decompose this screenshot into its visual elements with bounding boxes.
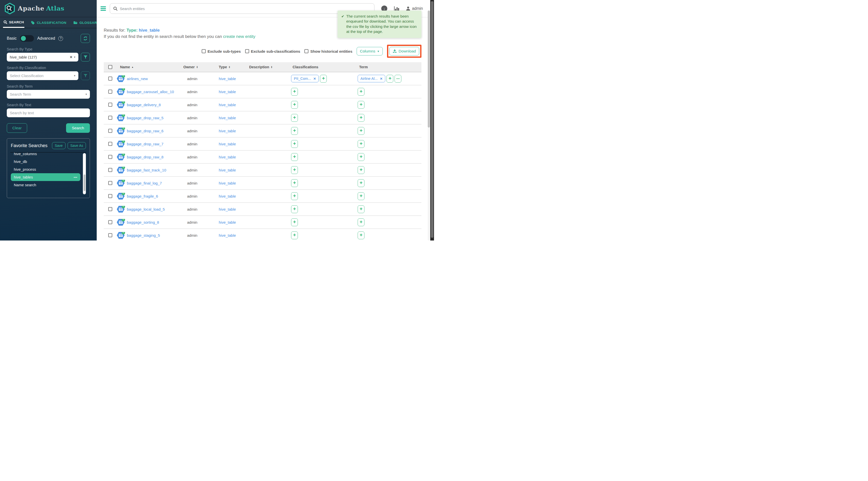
- download-button[interactable]: Download: [389, 47, 419, 56]
- add-classification-button[interactable]: +: [291, 153, 298, 161]
- row-checkbox[interactable]: [108, 220, 112, 224]
- add-classification-button[interactable]: +: [291, 114, 298, 122]
- statistics-icon[interactable]: [394, 6, 399, 11]
- add-classification-button[interactable]: +: [291, 166, 298, 174]
- favorite-search-item[interactable]: hive_columns: [11, 153, 81, 158]
- option-checkbox[interactable]: Exclude sub-classifications: [245, 49, 300, 54]
- entity-type-link[interactable]: hive_table: [219, 103, 236, 107]
- entity-type-link[interactable]: hive_table: [219, 116, 236, 120]
- add-term-button[interactable]: +: [358, 205, 365, 213]
- option-checkbox[interactable]: Exclude sub-types: [202, 49, 241, 54]
- add-classification-button[interactable]: +: [320, 75, 327, 83]
- global-search-box[interactable]: [110, 3, 374, 14]
- save-as-button[interactable]: Save As: [68, 142, 86, 149]
- add-term-button[interactable]: +: [358, 231, 365, 239]
- download-toast[interactable]: ✔ The current search results have been e…: [338, 10, 422, 38]
- classification-select[interactable]: Select Classification ▾: [7, 71, 79, 80]
- entity-name-link[interactable]: baggage_delivery_8: [127, 103, 161, 107]
- favorite-search-item[interactable]: hive_process: [11, 165, 81, 173]
- columns-dropdown-button[interactable]: Columns ▼: [356, 47, 383, 56]
- term-tag[interactable]: Airline Al...✕: [358, 75, 385, 82]
- add-classification-button[interactable]: +: [291, 140, 298, 148]
- tab-search[interactable]: SEARCH: [3, 17, 24, 28]
- search-button[interactable]: Search: [66, 123, 90, 133]
- type-select[interactable]: hive_table (127) ✕ ▾: [7, 53, 79, 62]
- row-checkbox[interactable]: [108, 116, 112, 120]
- entity-name-link[interactable]: airlines_new: [127, 76, 148, 81]
- entity-name-link[interactable]: baggage_drop_raw_5: [127, 116, 163, 120]
- header-description[interactable]: Description▲▼: [249, 65, 290, 69]
- select-all-checkbox[interactable]: [108, 65, 112, 69]
- entity-name-link[interactable]: baggage_drop_raw_6: [127, 129, 163, 133]
- refresh-button[interactable]: [81, 34, 90, 43]
- entity-name-link[interactable]: baggage_fast_track_10: [127, 168, 166, 172]
- row-checkbox[interactable]: [108, 155, 112, 159]
- basic-advanced-toggle[interactable]: [20, 35, 34, 42]
- clear-button[interactable]: Clear: [7, 123, 27, 133]
- add-classification-button[interactable]: +: [291, 179, 298, 187]
- global-search-input[interactable]: [120, 6, 371, 11]
- option-checkbox[interactable]: Show historical entities: [304, 49, 352, 54]
- entity-name-link[interactable]: baggage_drop_raw_8: [127, 155, 163, 159]
- entity-type-link[interactable]: hive_table: [219, 168, 236, 172]
- entity-type-link[interactable]: hive_table: [219, 129, 236, 133]
- window-scrollbar[interactable]: [430, 0, 434, 241]
- add-term-button[interactable]: +: [358, 88, 365, 96]
- favorite-search-item[interactable]: Name search: [11, 181, 81, 189]
- type-attribute-filter-button[interactable]: [81, 53, 90, 62]
- entity-name-link[interactable]: baggage_final_log_7: [127, 181, 162, 185]
- entity-type-link[interactable]: hive_table: [219, 76, 236, 81]
- favorite-search-item[interactable]: hive_db: [11, 158, 81, 165]
- entity-name-link[interactable]: baggage_carousel_alloc_10: [127, 90, 174, 94]
- row-checkbox[interactable]: [108, 207, 112, 211]
- term-more-button[interactable]: •••: [395, 75, 401, 83]
- entity-name-link[interactable]: baggage_staging_5: [127, 233, 160, 237]
- row-checkbox[interactable]: [108, 103, 112, 107]
- checkbox-icon[interactable]: [245, 49, 249, 53]
- clear-type-icon[interactable]: ✕: [68, 55, 74, 59]
- add-term-button[interactable]: +: [358, 192, 365, 200]
- entity-type-link[interactable]: hive_table: [219, 207, 236, 212]
- classification-attribute-filter-button[interactable]: [81, 71, 90, 80]
- entity-name-link[interactable]: baggage_local_load_5: [127, 207, 165, 212]
- add-classification-button[interactable]: +: [291, 127, 298, 135]
- row-checkbox[interactable]: [108, 129, 112, 133]
- checkbox-icon[interactable]: [202, 49, 206, 53]
- row-checkbox[interactable]: [108, 76, 112, 81]
- add-term-button[interactable]: +: [358, 153, 365, 161]
- add-classification-button[interactable]: +: [291, 192, 298, 200]
- remove-tag-icon[interactable]: ✕: [380, 77, 383, 81]
- header-owner[interactable]: Owner▲▼: [183, 65, 217, 69]
- add-classification-button[interactable]: +: [291, 101, 298, 109]
- add-term-button[interactable]: +: [358, 218, 365, 226]
- term-select[interactable]: Search Term ▾: [7, 90, 90, 99]
- entity-type-link[interactable]: hive_table: [219, 233, 236, 237]
- classification-tag[interactable]: PII_Com...✕: [291, 75, 319, 82]
- add-term-button[interactable]: +: [358, 179, 365, 187]
- entity-type-link[interactable]: hive_table: [219, 142, 236, 146]
- create-new-entity-link[interactable]: create new entity: [223, 34, 255, 39]
- favorites-scrollbar-thumb[interactable]: [84, 174, 85, 191]
- entity-type-link[interactable]: hive_table: [219, 90, 236, 94]
- row-checkbox[interactable]: [108, 194, 112, 198]
- add-term-button[interactable]: +: [358, 140, 365, 148]
- user-menu[interactable]: admin: [406, 6, 423, 11]
- window-scrollbar-thumb[interactable]: [431, 1, 434, 238]
- favorites-scrollbar[interactable]: [83, 153, 86, 194]
- entity-name-link[interactable]: baggage_fragile_6: [127, 194, 158, 198]
- add-classification-button[interactable]: +: [291, 231, 298, 239]
- entity-type-link[interactable]: hive_table: [219, 220, 236, 224]
- save-button[interactable]: Save: [52, 142, 66, 149]
- row-checkbox[interactable]: [108, 168, 112, 172]
- ellipsis-icon[interactable]: •••: [73, 176, 78, 179]
- entity-name-link[interactable]: baggage_sorting_8: [127, 220, 159, 224]
- entity-type-link[interactable]: hive_table: [219, 155, 236, 159]
- remove-tag-icon[interactable]: ✕: [313, 77, 316, 81]
- add-classification-button[interactable]: +: [291, 88, 298, 96]
- header-name[interactable]: Name▲: [117, 65, 183, 69]
- add-term-button[interactable]: +: [358, 166, 365, 174]
- menu-icon[interactable]: [100, 6, 106, 11]
- add-classification-button[interactable]: +: [291, 218, 298, 226]
- add-term-button[interactable]: +: [386, 75, 393, 83]
- tab-classification[interactable]: CLASSIFICATION: [30, 17, 67, 28]
